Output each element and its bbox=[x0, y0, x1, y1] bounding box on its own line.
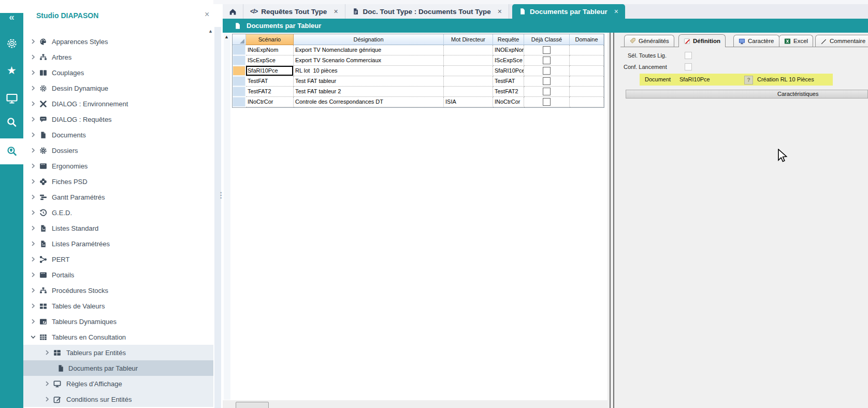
tab-excel[interactable]: Excel bbox=[779, 35, 813, 47]
sidebar-item-tableurs-en-consultation[interactable]: Tableurs en Consultation bbox=[23, 329, 213, 345]
cell-mot-directeur[interactable] bbox=[444, 55, 493, 66]
sidebar-scroll-up-icon[interactable]: ▲ bbox=[208, 29, 213, 34]
column-header-mot-directeur[interactable]: Mot Directeur bbox=[444, 34, 493, 45]
sidebar-item-conditions-sur-entites[interactable]: Conditions sur Entités bbox=[23, 391, 213, 407]
cell-deja-classe[interactable] bbox=[524, 66, 570, 76]
sidebar-item-portails[interactable]: Portails bbox=[23, 267, 213, 283]
sidebar-close-icon[interactable]: × bbox=[205, 10, 209, 19]
table-left-scrollbar[interactable] bbox=[224, 33, 230, 400]
tab-commentaire[interactable]: Commentaire bbox=[815, 35, 868, 47]
cell-requete[interactable]: TestFAT2 bbox=[493, 87, 524, 97]
sidebar-item-gantt-parametres[interactable]: Gantt Paramétrés bbox=[23, 189, 213, 205]
checkbox-unchecked[interactable] bbox=[543, 88, 551, 95]
tab-home[interactable] bbox=[223, 4, 243, 19]
row-selector-current[interactable] bbox=[233, 66, 246, 76]
checkbox-unchecked[interactable] bbox=[543, 46, 551, 54]
cell-requete[interactable]: SfaRI10Pce bbox=[493, 66, 524, 76]
cell-scenario[interactable]: TestFAT2 bbox=[246, 87, 294, 97]
cell-deja-classe[interactable] bbox=[524, 55, 570, 66]
cell-deja-classe[interactable] bbox=[524, 87, 570, 97]
tab-doc-tout-type[interactable]: Doc. Tout Type : Documents Tout Type × bbox=[345, 4, 509, 19]
column-header-scenario[interactable]: Scénario bbox=[246, 34, 294, 45]
row-selector[interactable] bbox=[233, 97, 246, 107]
sidebar-item-dossiers[interactable]: Dossiers bbox=[23, 143, 213, 158]
row-selector[interactable] bbox=[233, 45, 246, 55]
sidebar-item-documents[interactable]: Documents bbox=[23, 127, 213, 143]
sidebar-item-procedures-stocks[interactable]: Procédures Stocks bbox=[23, 283, 213, 298]
sidebar-item-pert[interactable]: PERT bbox=[23, 251, 213, 267]
sidebar-scrollbar[interactable] bbox=[214, 27, 221, 408]
cell-scenario[interactable]: INoCtrCor bbox=[246, 97, 294, 107]
cell-designation[interactable]: Export TV Nomenclature génrique bbox=[294, 45, 444, 55]
cell-domaine[interactable] bbox=[570, 97, 604, 107]
checkbox-sel-toutes-lig[interactable] bbox=[685, 52, 692, 59]
sidebar-item-fiches-psd[interactable]: Fiches PSD bbox=[23, 174, 213, 189]
column-header-domaine[interactable]: Domaine bbox=[570, 34, 604, 45]
row-selector[interactable] bbox=[233, 55, 246, 66]
close-icon[interactable]: × bbox=[334, 7, 338, 16]
checkbox-unchecked[interactable] bbox=[543, 77, 551, 85]
sidebar-item-dialog-requetes[interactable]: DIALOG : Requêtes bbox=[23, 111, 213, 127]
screens-monitor-icon[interactable] bbox=[0, 92, 23, 105]
cell-domaine[interactable] bbox=[570, 66, 604, 76]
column-header-deja-classe[interactable]: Déjà Classé bbox=[524, 34, 570, 45]
checkbox-conf-lancement[interactable] bbox=[685, 63, 692, 71]
cell-scenario-selected[interactable]: SfaRI10Pce bbox=[246, 66, 294, 76]
sidebar-item-tables-de-valeurs[interactable]: Tables de Valeurs bbox=[23, 298, 213, 314]
tab-requetes-tout-type[interactable]: </> Requêtes Tout Type × bbox=[243, 4, 345, 19]
cell-deja-classe[interactable] bbox=[524, 76, 570, 87]
close-icon[interactable]: × bbox=[498, 7, 502, 16]
cell-deja-classe[interactable] bbox=[524, 45, 570, 55]
column-header-requete[interactable]: Requête bbox=[493, 34, 524, 45]
sidebar-item-arbres[interactable]: Arbres bbox=[23, 49, 213, 65]
cell-mot-directeur[interactable]: ISIA bbox=[444, 97, 493, 107]
cell-scenario[interactable]: IScExpSce bbox=[246, 55, 294, 66]
tab-definition[interactable]: Définition bbox=[678, 34, 726, 47]
cell-mot-directeur[interactable] bbox=[444, 76, 493, 87]
panel-splitter[interactable] bbox=[607, 33, 616, 408]
sidebar-item-tableurs-dynamiques[interactable]: Tableurs Dynamiques bbox=[23, 314, 213, 329]
sidebar-item-ergonomies[interactable]: Ergonomies bbox=[23, 158, 213, 174]
cell-requete[interactable]: IScExpSce bbox=[493, 55, 524, 66]
sidebar-item-listes-standard[interactable]: Listes Standard bbox=[23, 220, 213, 236]
sidebar-item-couplages[interactable]: Couplages bbox=[23, 65, 213, 80]
cell-designation[interactable]: Controle des Correspondances DT bbox=[294, 97, 444, 107]
close-icon[interactable]: × bbox=[614, 7, 618, 16]
cell-domaine[interactable] bbox=[570, 87, 604, 97]
row-selector[interactable] bbox=[233, 76, 246, 87]
sidebar-item-documents-par-tableur[interactable]: Documents par Tableur bbox=[23, 360, 213, 376]
checkbox-unchecked[interactable] bbox=[543, 98, 551, 106]
collapse-sidebar-icon[interactable]: « bbox=[0, 11, 23, 23]
search-icon[interactable] bbox=[0, 116, 23, 129]
cell-mot-directeur[interactable] bbox=[444, 66, 493, 76]
checkbox-unchecked[interactable] bbox=[543, 57, 551, 64]
cell-requete[interactable]: INoCtrCor bbox=[493, 97, 524, 107]
cell-designation[interactable]: RL lot 10 pièces bbox=[294, 66, 444, 76]
cell-designation[interactable]: Test FAT tableur bbox=[294, 76, 444, 87]
tab-documents-par-tableur[interactable]: Documents par Tableur × bbox=[512, 4, 625, 19]
help-button[interactable]: ? bbox=[744, 76, 753, 85]
search-location-icon[interactable] bbox=[0, 145, 23, 158]
table-select-all-corner[interactable] bbox=[233, 34, 246, 45]
sidebar-item-dessin-dynamique[interactable]: Dessin Dynamique bbox=[23, 80, 213, 96]
field-value-document[interactable]: SfaRI10Pce bbox=[679, 76, 710, 82]
cell-mot-directeur[interactable] bbox=[444, 45, 493, 55]
cell-deja-classe[interactable] bbox=[524, 97, 570, 107]
column-header-designation[interactable]: Désignation bbox=[294, 34, 444, 45]
partial-button[interactable] bbox=[236, 402, 269, 408]
row-selector[interactable] bbox=[233, 87, 246, 97]
cell-domaine[interactable] bbox=[570, 45, 604, 55]
cell-requete[interactable]: INOExpNom bbox=[493, 45, 524, 55]
cell-scenario[interactable]: TestFAT bbox=[246, 76, 294, 87]
favorites-star-icon[interactable]: ★ bbox=[0, 64, 23, 77]
sidebar-item-apparences-styles[interactable]: Apparences Styles bbox=[23, 34, 213, 49]
tab-caractere[interactable]: Caractère bbox=[733, 35, 779, 47]
cell-requete[interactable]: TestFAT bbox=[493, 76, 524, 87]
modules-wheel-icon[interactable] bbox=[0, 37, 23, 50]
sidebar-item-ged[interactable]: G.E.D. bbox=[23, 205, 213, 220]
cell-domaine[interactable] bbox=[570, 55, 604, 66]
cell-mot-directeur[interactable] bbox=[444, 87, 493, 97]
checkbox-unchecked[interactable] bbox=[543, 67, 551, 75]
tab-generalites[interactable]: Généralités bbox=[624, 35, 674, 47]
cell-designation[interactable]: Test FAT tableur 2 bbox=[294, 87, 444, 97]
